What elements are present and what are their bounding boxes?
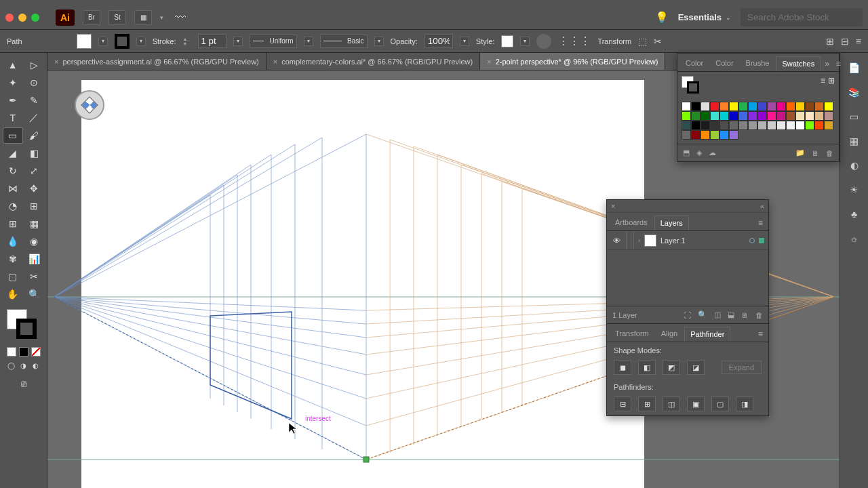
swatch[interactable] <box>691 121 701 130</box>
exclude-button[interactable]: ◪ <box>687 360 705 375</box>
graphic-styles-icon[interactable]: ♣ <box>846 206 863 222</box>
grid-view-icon[interactable]: ⊞ <box>828 76 835 94</box>
recolor-icon[interactable] <box>536 34 551 49</box>
mesh-tool[interactable]: ⊞ <box>3 216 23 232</box>
column-graph-tool[interactable]: 📊 <box>24 251 45 267</box>
transform-tab[interactable]: Transform <box>610 327 654 342</box>
swatch-grid[interactable] <box>677 98 839 144</box>
swatch[interactable] <box>776 102 786 111</box>
swatch[interactable] <box>757 121 767 130</box>
swatch[interactable] <box>776 121 786 130</box>
clip-mask-icon[interactable]: ◫ <box>714 310 721 319</box>
slice-tool[interactable]: ✂ <box>24 268 45 285</box>
new-sublayer-icon[interactable]: ⬓ <box>728 310 734 319</box>
swatch[interactable] <box>710 111 719 121</box>
eyedropper-tool[interactable]: 💧 <box>3 233 23 249</box>
swatch-lib-icon[interactable]: ⬒ <box>683 148 690 157</box>
curvature-tool[interactable]: ✎ <box>24 92 45 108</box>
search-layer-icon[interactable]: 🔍 <box>698 310 707 319</box>
layers-tab[interactable]: Layers <box>654 216 689 230</box>
swatch[interactable] <box>729 130 738 140</box>
align-tab[interactable]: Align <box>656 327 683 342</box>
swatch[interactable] <box>682 121 691 130</box>
trim-button[interactable]: ⊞ <box>638 396 656 411</box>
swatch[interactable] <box>748 111 757 121</box>
artboards-tab[interactable]: Artboards <box>610 216 653 230</box>
swatch[interactable] <box>729 121 738 130</box>
swatch[interactable] <box>701 130 710 140</box>
swatch[interactable] <box>824 121 833 130</box>
panel-menu-icon[interactable]: ≡ <box>755 216 766 230</box>
fill-swatch[interactable] <box>77 34 92 49</box>
swatch[interactable] <box>701 121 710 130</box>
new-layer-icon[interactable]: 🗎 <box>741 311 749 319</box>
swatch[interactable] <box>748 121 757 130</box>
swatch[interactable] <box>767 111 776 121</box>
grid-icon[interactable]: ⊞ <box>826 36 834 47</box>
new-swatch-icon[interactable]: 🗎 <box>812 149 819 157</box>
symbols-icon[interactable]: ☼ <box>846 230 863 247</box>
swatch[interactable] <box>805 111 814 121</box>
delete-swatch-icon[interactable]: 🗑 <box>826 149 833 157</box>
maximize-window[interactable] <box>31 14 39 22</box>
swatch[interactable] <box>719 102 729 111</box>
panel-collapse-icon[interactable]: » <box>822 56 832 71</box>
transform-label[interactable]: Transform <box>597 37 631 45</box>
swatch[interactable] <box>710 102 719 111</box>
fill-stroke-control[interactable] <box>7 309 41 343</box>
screen-mode[interactable]: ⎚ <box>14 375 34 392</box>
brush-def[interactable]: Basic <box>320 35 368 48</box>
type-tool[interactable]: T <box>3 110 23 126</box>
opacity-dropdown[interactable] <box>460 37 469 46</box>
rectangle-tool[interactable]: ▭ <box>3 127 23 144</box>
style-dropdown[interactable] <box>520 37 530 46</box>
swatch[interactable] <box>710 130 719 140</box>
close-panel-icon[interactable]: × <box>611 202 615 210</box>
locate-icon[interactable]: ⛶ <box>684 311 691 319</box>
lasso-tool[interactable]: ⊙ <box>24 75 45 91</box>
swatch[interactable] <box>682 102 691 111</box>
close-window[interactable] <box>5 14 14 22</box>
expand-button[interactable]: Expand <box>722 361 762 374</box>
shape-builder-tool[interactable]: ◔ <box>3 198 23 214</box>
swatch[interactable] <box>814 121 824 130</box>
swatch[interactable] <box>814 102 824 111</box>
collapse-panel-icon[interactable]: « <box>760 202 764 210</box>
target-icon[interactable] <box>749 238 755 243</box>
rotate-tool[interactable]: ↻ <box>3 163 23 179</box>
artboard-tool[interactable]: ▢ <box>3 268 23 285</box>
draw-normal[interactable]: ◯ <box>7 361 16 370</box>
properties-icon[interactable]: 📄 <box>846 60 863 76</box>
swatch[interactable] <box>776 111 786 121</box>
draw-behind[interactable]: ◑ <box>19 361 28 370</box>
width-tool[interactable]: ⋈ <box>3 180 23 197</box>
isolate-icon[interactable]: ⬚ <box>638 36 647 47</box>
stroke-weight-dropdown[interactable] <box>233 37 243 46</box>
opacity-input[interactable] <box>425 34 453 48</box>
color-mode[interactable] <box>7 347 16 357</box>
swatch-kind-icon[interactable]: ◈ <box>696 148 702 157</box>
free-transform-tool[interactable]: ✥ <box>24 180 45 197</box>
minus-back-button[interactable]: ◨ <box>736 396 753 411</box>
zoom-tool[interactable]: 🔍 <box>24 286 45 302</box>
blend-tool[interactable]: ◉ <box>24 233 45 249</box>
magic-wand-tool[interactable]: ✦ <box>3 75 23 91</box>
search-stock-input[interactable] <box>741 8 863 26</box>
stroke-dropdown[interactable] <box>136 37 146 46</box>
swatch[interactable] <box>757 102 767 111</box>
swatch[interactable] <box>795 121 805 130</box>
arrange-icon[interactable]: ▦ <box>134 10 152 25</box>
fill-dropdown[interactable] <box>98 37 108 46</box>
line-tool[interactable]: ／ <box>24 110 45 126</box>
brushes-tab[interactable]: Brushe <box>741 56 775 71</box>
stroke-profile-dropdown[interactable] <box>304 37 313 46</box>
minimize-window[interactable] <box>18 14 26 22</box>
merge-button[interactable]: ◫ <box>663 396 680 411</box>
perspective-grid-tool[interactable]: ⊞ <box>24 198 45 214</box>
scale-tool[interactable]: ⤢ <box>24 163 45 179</box>
hand-tool[interactable]: ✋ <box>3 286 23 302</box>
swatch[interactable] <box>805 121 814 130</box>
swatch[interactable] <box>719 121 729 130</box>
swatch[interactable] <box>710 121 719 130</box>
divide-button[interactable]: ⊟ <box>614 396 631 411</box>
